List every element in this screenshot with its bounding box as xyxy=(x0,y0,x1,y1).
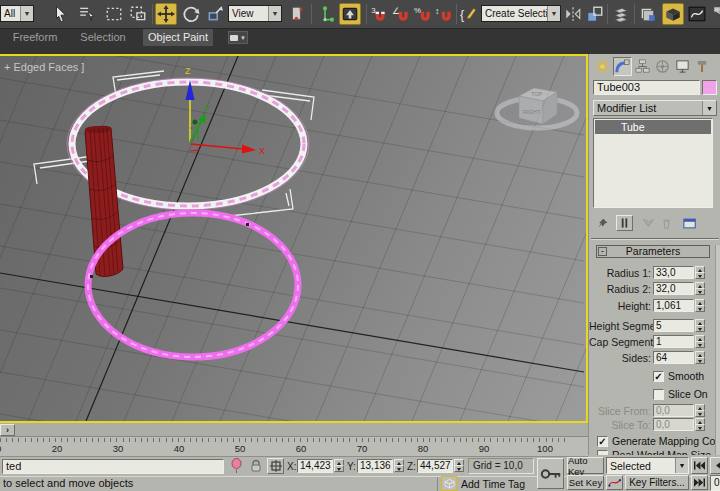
selection-filter-dropdown[interactable]: All ▼ xyxy=(0,5,34,22)
named-selection-set-dropdown[interactable]: Create Selection Se ▼ xyxy=(481,5,561,22)
height-spinner[interactable] xyxy=(695,299,705,312)
motion-tab-icon[interactable] xyxy=(653,57,672,76)
selection-lock-icon[interactable] xyxy=(249,459,263,475)
tube-pink-object[interactable] xyxy=(88,213,298,357)
snaps-toggle-3d-icon[interactable]: 3 xyxy=(369,3,389,25)
modifier-stack-item-tube[interactable]: Tube xyxy=(595,120,711,134)
object-color-swatch[interactable] xyxy=(702,80,717,95)
slice-on-checkbox[interactable] xyxy=(653,389,664,400)
select-and-rotate-icon[interactable] xyxy=(180,3,202,25)
parameters-rollout-header[interactable]: - Parameters xyxy=(596,245,710,258)
cap-segments-spinner[interactable] xyxy=(695,335,705,348)
radius1-field[interactable]: 33,0 xyxy=(653,266,694,279)
graphite-modeling-tools-toggle-icon[interactable] xyxy=(662,3,684,25)
time-slider-handle[interactable]: › xyxy=(0,424,15,436)
modifier-list-dropdown[interactable]: Modifier List ▼ xyxy=(593,100,717,116)
display-tab-icon[interactable] xyxy=(673,57,692,76)
curve-editor-icon[interactable] xyxy=(686,3,708,25)
radius2-spinner[interactable] xyxy=(695,282,705,295)
select-and-manipulate-icon[interactable] xyxy=(314,3,336,25)
go-to-start-button[interactable] xyxy=(691,457,708,474)
pin-stack-icon[interactable] xyxy=(595,215,610,231)
edit-named-selection-sets-icon[interactable]: { xyxy=(459,3,479,25)
cap-segments-field[interactable]: 1 xyxy=(653,335,694,348)
x-coord-spinner[interactable] xyxy=(334,459,344,472)
layer-explorer-icon[interactable] xyxy=(610,3,632,25)
smooth-checkbox[interactable]: ✓ xyxy=(653,371,664,382)
configure-modifier-sets-icon[interactable] xyxy=(681,215,698,231)
set-key-button[interactable]: Set Key xyxy=(567,475,604,490)
height-segments-spinner[interactable] xyxy=(695,319,705,332)
x-coord-field[interactable]: 14,423 xyxy=(297,459,333,473)
key-selection-dropdown[interactable]: Selected ▼ xyxy=(606,457,689,474)
select-and-move-icon[interactable] xyxy=(155,3,177,25)
sides-field[interactable]: 64 xyxy=(653,351,694,364)
reference-coordinate-dropdown[interactable]: View ▼ xyxy=(228,5,282,22)
absolute-mode-transform-icon[interactable] xyxy=(267,458,284,474)
y-coord-spinner[interactable] xyxy=(394,459,404,472)
smooth-row: ✓ Smooth xyxy=(589,370,720,383)
isolate-selection-icon[interactable] xyxy=(230,458,243,476)
radius1-spinner[interactable] xyxy=(695,266,705,279)
ribbon-tab-freeform[interactable]: Freeform xyxy=(6,29,64,46)
toolbar-separator xyxy=(311,4,312,24)
use-pivot-point-center-icon[interactable] xyxy=(286,3,308,25)
sides-spinner[interactable] xyxy=(695,351,705,364)
rectangular-selection-region-icon[interactable] xyxy=(103,3,125,25)
select-by-name-icon[interactable] xyxy=(76,3,98,25)
select-and-scale-icon[interactable] xyxy=(204,3,226,25)
schematic-view-icon[interactable] xyxy=(710,3,720,25)
collapse-icon[interactable]: - xyxy=(598,247,607,256)
angle-snap-toggle-icon[interactable]: ∠ xyxy=(391,3,411,25)
height-field[interactable]: 1,061 xyxy=(653,299,694,312)
modifier-stack[interactable]: Tube xyxy=(593,118,713,208)
previous-frame-button[interactable] xyxy=(710,457,720,474)
ribbon-expand-button[interactable]: ▼ xyxy=(228,31,248,44)
time-slider[interactable]: › xyxy=(0,423,588,437)
key-filters-button[interactable]: Key Filters... xyxy=(625,475,689,490)
cylinder-object[interactable] xyxy=(85,126,123,276)
select-object-icon[interactable] xyxy=(50,3,72,25)
radius2-field[interactable]: 32,0 xyxy=(653,282,694,295)
real-world-map-row: Real-World Map Size xyxy=(589,449,720,455)
utilities-tab-icon[interactable] xyxy=(693,57,712,76)
percent-snap-toggle-icon[interactable]: % xyxy=(413,3,433,25)
next-frame-end-button[interactable] xyxy=(691,475,708,490)
auto-key-button[interactable]: Auto Key xyxy=(567,457,604,474)
remove-modifier-icon[interactable] xyxy=(659,215,674,231)
trackbar-tick xyxy=(18,438,19,442)
trackbar-tick xyxy=(417,438,418,442)
ribbon-tab-object-paint[interactable]: Object Paint xyxy=(143,29,213,46)
create-tab-icon[interactable] xyxy=(593,57,612,76)
perspective-viewport[interactable]: Z X Y TOP RIGHT + Edged Faces ] xyxy=(0,54,588,423)
add-time-tag[interactable]: Add Time Tag xyxy=(461,478,531,490)
viewcube-right-label: RIGHT xyxy=(523,109,541,115)
trackbar-tick xyxy=(435,438,436,442)
z-coord-spinner[interactable] xyxy=(454,459,464,472)
object-name-field[interactable]: Tube003 xyxy=(593,80,700,95)
viewcube[interactable]: TOP RIGHT xyxy=(497,88,577,128)
hierarchy-tab-icon[interactable] xyxy=(633,57,652,76)
default-tangent-icon[interactable] xyxy=(606,475,623,490)
z-coord-field[interactable]: 44,527 xyxy=(417,459,453,473)
align-icon[interactable] xyxy=(585,3,605,25)
height-segments-field[interactable]: 5 xyxy=(653,319,694,332)
show-end-result-icon[interactable] xyxy=(616,215,633,231)
modify-tab-icon[interactable] xyxy=(613,57,632,76)
viewport-label[interactable]: + Edged Faces ] xyxy=(4,61,84,73)
keyboard-shortcut-override-icon[interactable] xyxy=(339,3,361,25)
y-coord-field[interactable]: 13,136 xyxy=(357,459,393,473)
window-crossing-toggle-icon[interactable] xyxy=(127,3,149,25)
ribbon-tab-selection[interactable]: Selection xyxy=(74,29,132,46)
mirror-icon[interactable] xyxy=(563,3,583,25)
maxscript-mini-listener[interactable]: ted xyxy=(2,459,224,474)
current-frame-field[interactable]: 0 xyxy=(710,475,720,491)
track-bar[interactable]: 102030405060708090100 xyxy=(0,437,588,457)
make-unique-icon[interactable] xyxy=(641,215,656,231)
spinner-snap-toggle-icon[interactable]: ↕ xyxy=(434,3,454,25)
generate-mapping-checkbox[interactable]: ✓ xyxy=(597,436,608,447)
panel-scrollbar[interactable] xyxy=(715,245,720,455)
adaptive-degradation-icon[interactable] xyxy=(441,476,457,491)
set-keys-button[interactable] xyxy=(537,458,564,489)
manage-layers-icon[interactable] xyxy=(637,3,659,25)
